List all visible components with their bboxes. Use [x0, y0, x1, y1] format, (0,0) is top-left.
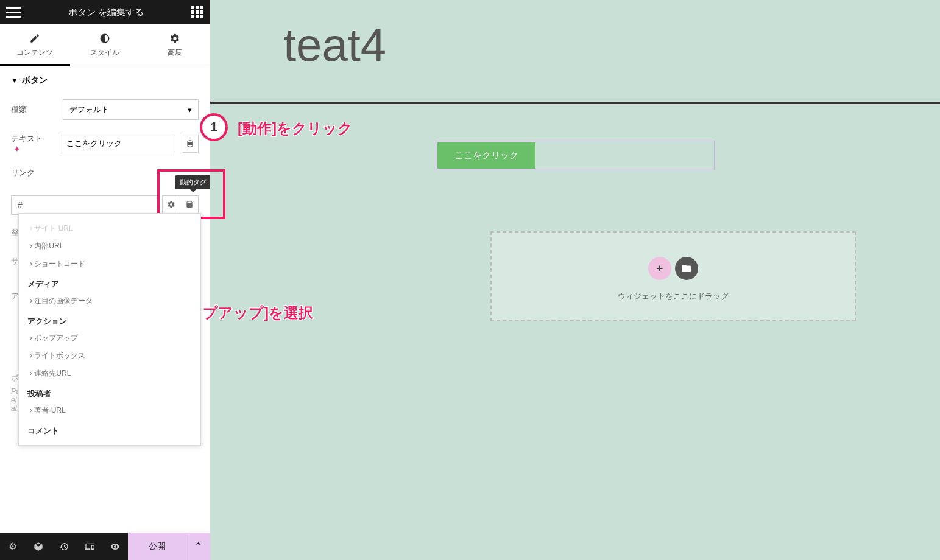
dropdown-item[interactable]: › ライトボックス	[19, 347, 200, 365]
dropdown-item[interactable]: › ショートコード	[19, 255, 200, 273]
widget-row[interactable]: ここをクリック	[436, 141, 715, 170]
chevron-down-icon: ▾	[188, 105, 192, 114]
link-input[interactable]	[11, 195, 160, 215]
pencil-icon	[29, 33, 40, 44]
database-icon[interactable]	[182, 135, 199, 153]
dynamic-icon[interactable]: ✦	[13, 144, 21, 154]
apps-icon[interactable]	[191, 6, 203, 18]
field-label: リンク	[11, 167, 57, 178]
preview-icon[interactable]	[102, 533, 128, 560]
dropdown-header: アクション	[19, 310, 200, 329]
dynamic-tag-dropdown: › サイト URL › 内部URL › ショートコード メディア › 注目の画像…	[18, 213, 201, 446]
field-label: テキスト ✦	[11, 133, 54, 154]
section-toggle[interactable]: ▼ ボタン	[11, 75, 199, 86]
navigator-icon[interactable]	[26, 533, 51, 560]
drop-zone[interactable]: + ウィジェットをここにドラッグ	[490, 231, 856, 321]
editor-canvas: teat4 ここをクリック + ウィジェットをここにドラッグ	[210, 0, 940, 560]
panel-title: ボタン を編集する	[68, 7, 144, 18]
gear-icon	[169, 33, 180, 44]
tab-style[interactable]: スタイル	[70, 24, 140, 66]
template-icon[interactable]	[675, 257, 698, 280]
dropdown-item[interactable]: › 連絡先URL	[19, 365, 200, 382]
type-select[interactable]: デフォルト ▾	[63, 99, 199, 120]
dropdown-item[interactable]: › 注目の画像データ	[19, 292, 200, 310]
dropdown-item[interactable]: › サイト URL	[19, 220, 200, 237]
dropdown-item[interactable]: › 著者 URL	[19, 402, 200, 419]
add-widget-icon[interactable]: +	[648, 257, 671, 280]
page-title: teat4	[210, 0, 940, 102]
preview-button[interactable]: ここをクリック	[437, 142, 535, 169]
hamburger-icon[interactable]	[6, 5, 21, 19]
section-button: ▼ ボタン 種類 デフォルト ▾ テキスト ✦ リンク	[0, 66, 210, 192]
tooltip: 動的タグ	[175, 175, 211, 189]
link-input-row	[0, 195, 210, 215]
publish-button[interactable]: 公開	[128, 533, 186, 560]
tab-content[interactable]: コンテンツ	[0, 24, 70, 66]
link-icon-group	[162, 195, 199, 215]
annotation-text-1: [動作]をクリック	[238, 119, 353, 138]
contrast-icon	[99, 33, 110, 44]
field-link: リンク	[11, 167, 199, 178]
settings-icon[interactable]: ⚙	[0, 533, 26, 560]
responsive-icon[interactable]	[77, 533, 102, 560]
dropdown-header: メディア	[19, 273, 200, 292]
panel-tabs: コンテンツ スタイル 高度	[0, 24, 210, 66]
canvas-divider	[210, 102, 940, 104]
dropzone-icons: +	[504, 257, 843, 280]
tab-label: スタイル	[90, 48, 119, 57]
select-value: デフォルト	[69, 104, 109, 115]
dropdown-item-popup[interactable]: › ポップアップ	[19, 329, 200, 347]
link-settings-icon[interactable]	[162, 195, 180, 214]
caret-down-icon: ▼	[11, 76, 18, 85]
annotation-number-1: 1	[200, 113, 228, 141]
field-text: テキスト ✦	[11, 133, 199, 154]
dropdown-header: 投稿者	[19, 382, 200, 402]
tab-label: 高度	[168, 48, 182, 57]
section-label: ボタン	[22, 75, 48, 86]
text-input[interactable]	[60, 135, 175, 153]
tab-label: コンテンツ	[16, 48, 53, 57]
dropdown-item[interactable]: › 内部URL	[19, 237, 200, 255]
field-type: 種類 デフォルト ▾	[11, 99, 199, 120]
bottom-bar: ⚙ 公開 ⌃	[0, 533, 210, 560]
field-label: 種類	[11, 104, 57, 115]
history-icon[interactable]	[51, 533, 77, 560]
dropzone-text: ウィジェットをここにドラッグ	[504, 291, 843, 302]
sidebar-header: ボタン を編集する	[0, 0, 210, 24]
tab-advanced[interactable]: 高度	[140, 24, 210, 66]
dynamic-tag-icon[interactable]	[180, 195, 199, 214]
publish-options[interactable]: ⌃	[186, 533, 210, 560]
dropdown-header: コメント	[19, 419, 200, 439]
